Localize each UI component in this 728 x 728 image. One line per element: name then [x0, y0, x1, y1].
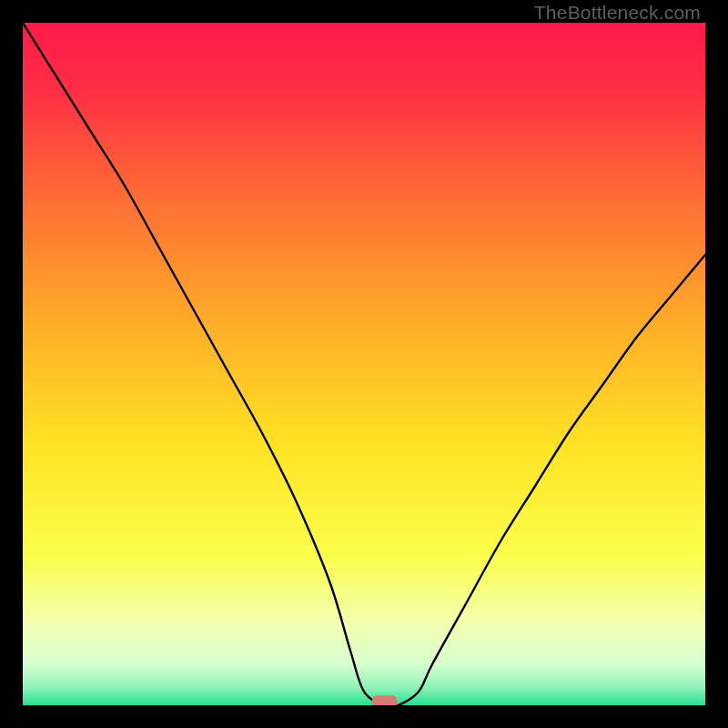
chart-frame — [23, 23, 705, 705]
watermark-text: TheBottleneck.com — [534, 2, 701, 24]
chart-svg — [23, 23, 705, 705]
optimal-marker — [372, 695, 398, 705]
chart-background — [23, 23, 705, 705]
